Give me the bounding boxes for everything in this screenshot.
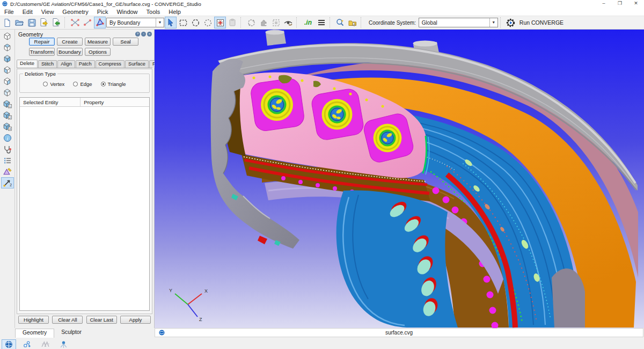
dock-close-icon[interactable]: × [147, 32, 152, 37]
minimize-button[interactable]: – [596, 0, 612, 8]
circle-select-button[interactable] [189, 17, 201, 28]
entity-list-icon[interactable] [1, 155, 14, 166]
delete-entity-button[interactable] [69, 17, 81, 28]
coordinate-system-select[interactable]: Global ▼ [419, 18, 498, 27]
zoom-select-button[interactable] [334, 17, 346, 28]
menu-file[interactable]: File [0, 9, 18, 15]
restore-button[interactable]: ❐ [612, 0, 628, 8]
import-button[interactable] [50, 17, 62, 28]
view-preset-2-cube-icon[interactable]: 2 [1, 110, 14, 121]
zone-select-button[interactable] [202, 17, 214, 28]
create-edge-button[interactable] [82, 17, 93, 28]
view-preset-1-cube-icon[interactable]: 1 [1, 98, 14, 110]
mode-repair-button[interactable]: Repair [29, 38, 55, 46]
view-top-face-cube-icon[interactable] [1, 42, 14, 53]
radio-triangle[interactable]: Triangle [101, 81, 126, 87]
open-button[interactable] [13, 17, 25, 28]
mode-measure-button[interactable]: Measure [85, 38, 111, 46]
export-button[interactable] [38, 17, 50, 28]
pick-mode-select[interactable]: By Boundary ▼ [106, 18, 164, 27]
surface-view-globe-icon[interactable] [2, 339, 16, 349]
dock-help-icon[interactable]: ? [135, 32, 140, 37]
molecule-icon[interactable] [20, 339, 34, 349]
radio-icon[interactable] [73, 82, 78, 86]
action-button-row: Highlight Clear All Clear Last Apply [18, 316, 151, 324]
measure-tool-icon[interactable]: 2 [1, 177, 14, 188]
view-back-cube-icon[interactable] [1, 87, 14, 98]
menu-help[interactable]: Help [164, 9, 185, 15]
tab-surface[interactable]: Surface [125, 60, 149, 68]
combustor-model[interactable]: X Y Z [155, 30, 644, 328]
tab-compress[interactable]: Compress [96, 60, 125, 68]
menu-window[interactable]: Window [112, 9, 142, 15]
edit-triangle-icon[interactable] [1, 166, 14, 177]
highlight-button[interactable]: Highlight [18, 316, 49, 324]
workspace-tab-geometry[interactable]: Geometry [15, 329, 54, 338]
pick-triangle-button[interactable] [94, 17, 106, 28]
mode-boundary-button[interactable]: Boundary [57, 48, 83, 56]
view-right-face-cube-icon[interactable] [1, 76, 14, 87]
radio-edge[interactable]: Edge [73, 81, 92, 87]
mode-create-button[interactable]: Create [57, 38, 83, 46]
window-title: D:/Customers/GE Aviation/CFM56/Case1_for… [10, 1, 201, 7]
menu-view[interactable]: View [37, 9, 58, 15]
dock-float-icon[interactable]: ▫ [141, 32, 146, 37]
grid-pick-button[interactable] [214, 17, 226, 28]
svg-text:2: 2 [10, 183, 12, 187]
toolbar-separator [240, 17, 243, 28]
dot-in-export-button[interactable]: .in [301, 17, 315, 28]
mode-seal-button[interactable]: Seal [113, 38, 138, 46]
fit-selection-button[interactable] [270, 17, 282, 28]
save-button[interactable] [26, 17, 38, 28]
clipboard-button[interactable] [226, 17, 238, 28]
tab-patch[interactable]: Patch [76, 60, 95, 68]
menu-geometry[interactable]: Geometry [58, 9, 92, 15]
repair-tab-bar: Delete Stitch Align Patch Compress Surfa… [17, 60, 152, 68]
light-source-icon[interactable] [56, 339, 71, 349]
run-converge-button[interactable]: Run CONVERGE [519, 19, 564, 26]
rubber-band-select-button[interactable] [177, 17, 189, 28]
new-file-button[interactable] [1, 17, 13, 28]
diagnosis-probe-icon[interactable] [1, 143, 14, 155]
visibility-button[interactable] [282, 17, 294, 28]
radio-icon[interactable] [43, 82, 48, 86]
mode-options-button[interactable]: Options [85, 48, 111, 56]
deletion-type-options: Vertex Edge Triangle [20, 81, 149, 87]
viewport-3d[interactable]: X Y Z [155, 30, 644, 328]
apply-button[interactable]: Apply [120, 316, 151, 324]
file-pick-button[interactable] [347, 17, 358, 28]
workspace-tab-sculptor[interactable]: Sculptor [54, 329, 89, 338]
selection-table[interactable]: Selected Entity Property [19, 97, 150, 311]
list-menu-button[interactable] [316, 17, 327, 28]
view-solid-cube-icon[interactable] [1, 53, 14, 64]
tab-delete[interactable]: Delete [17, 60, 38, 68]
transform-tool-button[interactable] [245, 17, 257, 28]
select-cursor-button[interactable] [165, 17, 177, 28]
svg-text:1: 1 [9, 105, 11, 108]
viewport-file-tab[interactable]: surface.cvg [155, 328, 643, 337]
window-controls: – ❐ ✕ [596, 0, 644, 8]
menu-pick[interactable]: Pick [93, 9, 113, 15]
info-icon[interactable]: i [1, 132, 14, 143]
radio-icon[interactable] [101, 82, 106, 86]
view-left-face-cube-icon[interactable] [1, 64, 14, 76]
mode-transform-button[interactable]: Transform [29, 48, 55, 56]
chevron-down-icon: ▼ [156, 18, 164, 27]
dock-header: Geometry ? ▫ × [18, 31, 152, 38]
left-dock-strip: 1 2 3 i 2 [0, 30, 15, 328]
run-converge-gear-icon[interactable] [505, 17, 517, 28]
menu-edit[interactable]: Edit [18, 9, 37, 15]
plugin-button[interactable] [258, 17, 269, 28]
view-wireframe-cube-icon[interactable] [1, 31, 14, 42]
mesh-view-icon[interactable] [38, 339, 53, 349]
clear-all-button[interactable]: Clear All [52, 316, 83, 324]
tab-align[interactable]: Align [57, 60, 75, 68]
clear-last-button[interactable]: Clear Last [86, 316, 117, 324]
tab-stitch[interactable]: Stitch [38, 60, 57, 68]
menu-tools[interactable]: Tools [142, 9, 165, 15]
view-preset-3-cube-icon[interactable]: 3 [1, 121, 14, 132]
close-button[interactable]: ✕ [628, 0, 644, 8]
radio-vertex[interactable]: Vertex [43, 81, 64, 87]
titlebar: D:/Customers/GE Aviation/CFM56/Case1_for… [0, 0, 644, 8]
toolbar: By Boundary ▼ .in Coordina [0, 16, 644, 30]
